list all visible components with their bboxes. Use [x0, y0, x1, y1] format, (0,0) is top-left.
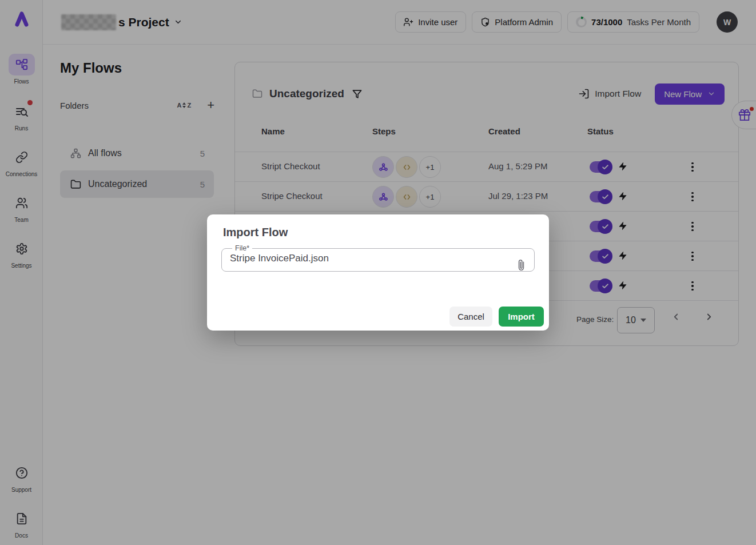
dialog-title: Import Flow — [223, 226, 288, 239]
paperclip-icon — [515, 259, 527, 271]
app-root: Flows Runs Connections — [0, 0, 756, 545]
file-input[interactable] — [230, 253, 508, 264]
file-field: File* — [221, 244, 535, 272]
import-flow-dialog: Import Flow File* Cancel Import — [207, 214, 549, 331]
import-button[interactable]: Import — [499, 307, 544, 327]
cancel-button[interactable]: Cancel — [449, 307, 492, 327]
attach-file-button[interactable] — [515, 259, 527, 271]
file-field-label: File* — [232, 244, 252, 252]
